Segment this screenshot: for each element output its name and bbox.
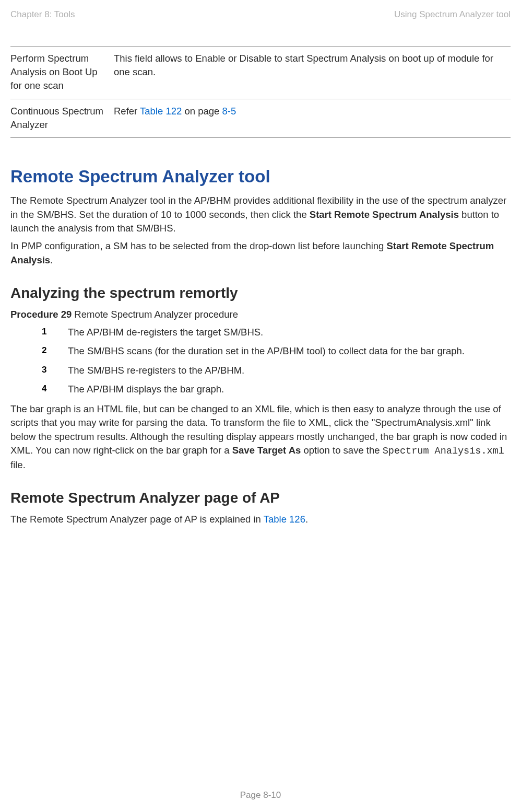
procedure-label: Procedure 29 Remote Spectrum Analyzer pr… (10, 308, 511, 321)
text: file. (10, 459, 26, 470)
mono-text: Spectrum Analysis.xml (383, 446, 504, 457)
attr-name: Continuous Spectrum Analyzer (10, 99, 114, 138)
procedure-step: 2 The SM/BHS scans (for the duration set… (42, 344, 511, 358)
step-text: The AP/BHM displays the bar graph. (68, 382, 511, 396)
procedure-steps: 1 The AP/BHM de-registers the target SM/… (42, 326, 511, 396)
procedure-number: Procedure 29 (10, 309, 72, 320)
step-text: The SM/BHS re-registers to the AP/BHM. (68, 364, 511, 377)
step-text: The SM/BHS scans (for the duration set i… (68, 344, 511, 358)
heading-remote-spectrum-analyzer-tool: Remote Spectrum Analyzer tool (10, 167, 511, 187)
table-row: Continuous Spectrum Analyzer Refer Table… (10, 99, 511, 138)
step-number: 4 (42, 382, 68, 396)
link-table-126[interactable]: Table 126 (264, 514, 305, 525)
procedure-step: 4 The AP/BHM displays the bar graph. (42, 382, 511, 396)
paragraph: The Remote Spectrum Analyzer page of AP … (10, 513, 511, 526)
page-header: Chapter 8: Tools Using Spectrum Analyzer… (10, 9, 511, 20)
attr-name: Perform Spectrum Analysis on Boot Up for… (10, 47, 114, 99)
procedure-step: 3 The SM/BHS re-registers to the AP/BHM. (42, 364, 511, 377)
text: Refer (114, 106, 140, 117)
procedure-step: 1 The AP/BHM de-registers the target SM/… (42, 326, 511, 339)
bold-text: Start Remote Spectrum Analysis (310, 209, 459, 220)
text: In PMP configuration, a SM has to be sel… (10, 240, 387, 251)
paragraph: In PMP configuration, a SM has to be sel… (10, 239, 511, 267)
table-row: Perform Spectrum Analysis on Boot Up for… (10, 47, 511, 99)
link-page-8-5[interactable]: 8-5 (222, 106, 236, 117)
attr-desc: This field allows to Enable or Disable t… (114, 47, 511, 99)
paragraph: The Remote Spectrum Analyzer tool in the… (10, 194, 511, 235)
step-number: 1 (42, 326, 68, 339)
header-left: Chapter 8: Tools (10, 9, 75, 20)
step-number: 2 (42, 344, 68, 358)
heading-remote-spectrum-analyzer-page-ap: Remote Spectrum Analyzer page of AP (10, 490, 511, 506)
page-footer: Page 8-10 (0, 790, 521, 801)
attributes-table: Perform Spectrum Analysis on Boot Up for… (10, 46, 511, 138)
text: . (50, 254, 53, 265)
link-table-122[interactable]: Table 122 (140, 106, 182, 117)
text: on page (182, 106, 222, 117)
step-number: 3 (42, 364, 68, 377)
heading-analyzing-spectrum-remotely: Analyzing the spectrum remortly (10, 285, 511, 301)
text: option to save the (301, 445, 382, 456)
procedure-title: Remote Spectrum Analyzer procedure (72, 309, 238, 320)
text: . (305, 514, 308, 525)
step-text: The AP/BHM de-registers the target SM/BH… (68, 326, 511, 339)
attr-desc: Refer Table 122 on page 8-5 (114, 99, 511, 138)
text: The Remote Spectrum Analyzer page of AP … (10, 514, 264, 525)
paragraph: The bar graph is an HTML file, but can b… (10, 402, 511, 472)
bold-text: Save Target As (232, 445, 301, 456)
header-right: Using Spectrum Analyzer tool (394, 9, 511, 20)
